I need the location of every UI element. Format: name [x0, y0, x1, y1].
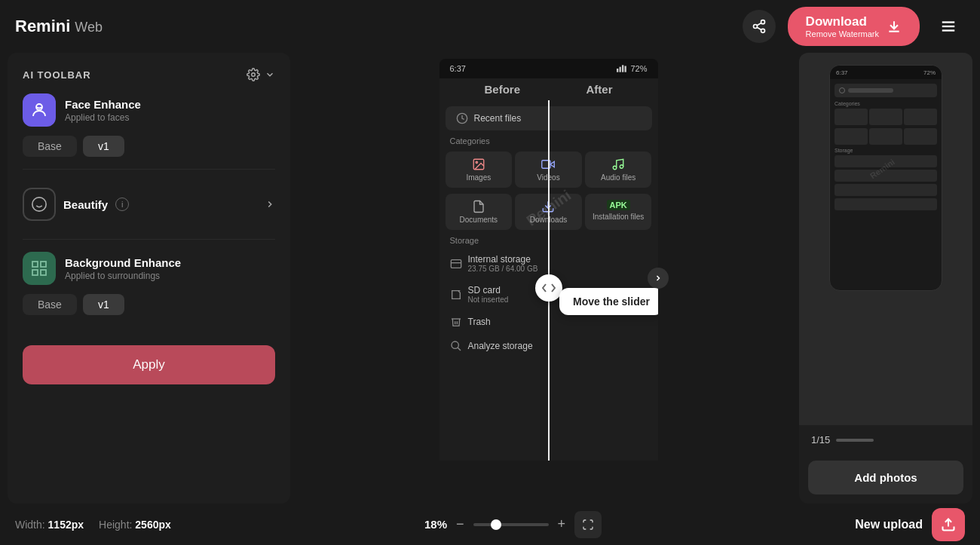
move-slider-tooltip: Move the slider [559, 288, 658, 315]
new-upload-button[interactable] [932, 508, 965, 541]
logo-web: Web [75, 20, 103, 35]
battery-level: 72% [630, 64, 647, 73]
header-right: Download Remove Watermark [743, 7, 965, 46]
status-time: 6:37 [450, 64, 466, 73]
thumb-grid1 [835, 109, 937, 125]
face-enhance-versions: Base v1 [23, 136, 275, 157]
beautify-card: Beautify i [23, 182, 275, 240]
zoom-controls: 18% − + [424, 511, 602, 538]
face-enhance-v1-btn[interactable]: v1 [83, 136, 124, 157]
zoom-in-button[interactable]: + [558, 516, 566, 532]
zoom-slider[interactable] [473, 523, 549, 526]
svg-marker-25 [550, 161, 554, 167]
zoom-thumb[interactable] [491, 519, 501, 530]
face-enhance-header: Face Enhance Applied to faces [23, 93, 275, 127]
svg-rect-30 [451, 259, 461, 268]
face-enhance-card: Face Enhance Applied to faces Base v1 [23, 93, 275, 170]
move-slider-text: Move the slider [559, 288, 658, 315]
thumb-grid2 [835, 128, 937, 145]
thumbnail-footer: 1/15 [799, 425, 972, 455]
ai-toolbar-settings[interactable] [247, 68, 275, 81]
after-label: After [586, 83, 612, 96]
beautify-info-icon[interactable]: i [115, 197, 129, 211]
thumb-recent [835, 84, 937, 97]
new-upload-area: New upload [855, 508, 965, 541]
before-after-labels: Before After [439, 78, 658, 100]
width-value: 1152px [48, 519, 84, 531]
documents-label: Documents [460, 216, 498, 224]
nav-arrow-area [648, 268, 669, 289]
width-label: Width: [15, 519, 45, 531]
main-content: AI TOOLBAR [0, 53, 980, 504]
center-nav-button[interactable] [648, 268, 669, 289]
svg-line-3 [757, 27, 761, 29]
background-enhance-info: Background Enhance Applied to surroundin… [65, 256, 181, 281]
height-info: Height: 2560px [99, 519, 171, 531]
svg-rect-21 [625, 66, 626, 72]
svg-rect-18 [617, 69, 618, 72]
download-main-label: Download [806, 14, 879, 29]
beautify-chevron-icon [265, 199, 275, 210]
center-panel: 6:37 72% Before After [298, 53, 799, 504]
svg-point-1 [753, 25, 757, 29]
sd-card-status: Not inserted [468, 295, 509, 304]
add-photos-button[interactable]: Add photos [808, 461, 963, 494]
thumb-status-time: 6:37 [836, 69, 848, 76]
phone-content-area: Recent files Categories Images Videos [439, 100, 658, 461]
background-enhance-card: Background Enhance Applied to surroundin… [23, 252, 275, 327]
beautify-row: Beautify i [23, 182, 275, 227]
svg-point-27 [613, 166, 617, 170]
left-panel: AI TOOLBAR [8, 53, 290, 504]
background-enhance-v1-btn[interactable]: v1 [83, 294, 124, 315]
status-icons: 72% [617, 64, 647, 73]
sd-card-text: SD card Not inserted [468, 285, 509, 304]
audio-label: Audio files [601, 173, 635, 182]
compare-area: 6:37 72% Before After [439, 53, 658, 504]
fullscreen-button[interactable] [574, 511, 602, 538]
images-label: Images [466, 173, 491, 182]
download-sub-label: Remove Watermark [806, 29, 879, 38]
zoom-out-button[interactable]: − [456, 516, 464, 532]
svg-point-28 [620, 165, 623, 169]
new-upload-label: New upload [855, 518, 923, 531]
svg-rect-16 [41, 270, 46, 275]
face-enhance-icon [23, 93, 56, 127]
width-info: Width: 1152px [15, 519, 84, 531]
documents-item: Documents [446, 194, 513, 230]
audio-item: Audio files [585, 152, 652, 188]
beautify-name: Beautify [63, 198, 108, 211]
height-label: Height: [99, 519, 132, 531]
face-enhance-base-btn[interactable]: Base [23, 136, 77, 157]
download-button[interactable]: Download Remove Watermark [788, 7, 920, 46]
background-enhance-name: Background Enhance [65, 256, 181, 269]
installation-item: APK Installation files [585, 194, 652, 230]
beautify-icon [23, 188, 56, 221]
background-enhance-desc: Applied to surroundings [65, 271, 181, 281]
ai-toolbar-header: AI TOOLBAR [23, 68, 275, 81]
before-label: Before [485, 83, 521, 96]
svg-rect-17 [32, 270, 38, 275]
svg-point-2 [761, 29, 764, 32]
svg-point-0 [761, 20, 764, 24]
internal-storage-size: 23.75 GB / 64.00 GB [468, 265, 538, 273]
face-enhance-name: Face Enhance [65, 98, 141, 111]
svg-rect-15 [41, 262, 46, 267]
thumb-categories-label: Categories [835, 101, 937, 106]
slider-handle[interactable] [535, 274, 562, 302]
svg-point-24 [476, 161, 477, 163]
thumbnail-panel: 6:37 72% Categories [799, 53, 972, 504]
apply-button[interactable]: Apply [23, 345, 275, 384]
svg-rect-14 [32, 262, 38, 267]
background-enhance-icon [23, 252, 56, 285]
thumb-battery: 72% [923, 69, 936, 76]
svg-point-11 [32, 197, 46, 211]
logo: Remini Web [15, 17, 103, 36]
background-enhance-versions: Base v1 [23, 294, 275, 315]
background-enhance-base-btn[interactable]: Base [23, 294, 77, 315]
phone-status-bar: 6:37 72% [439, 59, 658, 78]
header: Remini Web Download Remove Watermark [0, 0, 980, 53]
menu-button[interactable] [932, 10, 965, 43]
thumb-content: Categories Storage [830, 79, 942, 217]
logo-remini: Remini [15, 17, 70, 36]
share-button[interactable] [743, 10, 776, 43]
